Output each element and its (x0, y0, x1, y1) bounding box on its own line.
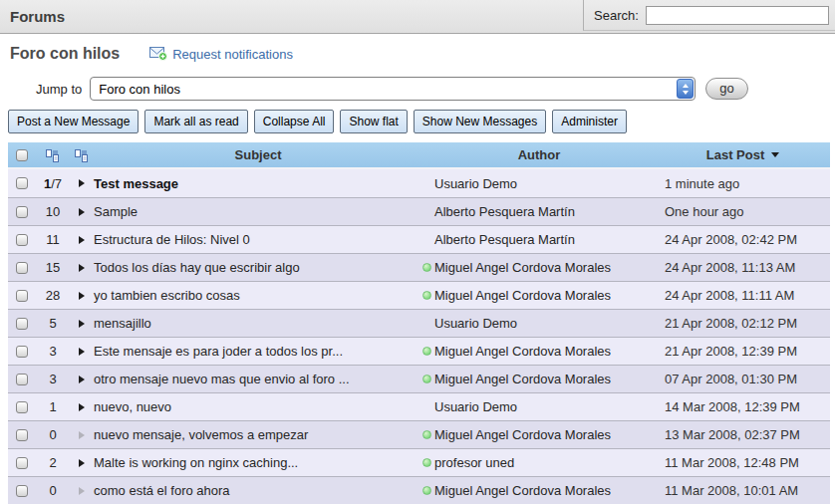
thread-subject[interactable]: Este mensaje es para joder a todos los p… (94, 344, 343, 359)
row-checkbox[interactable] (16, 262, 28, 274)
expand-triangle-icon[interactable] (79, 459, 85, 467)
thread-count: 11 (36, 232, 70, 247)
jump-to-row: Jump to Foro con hilos go (36, 77, 835, 101)
toolbar-button[interactable]: Post a New Message (8, 110, 139, 133)
toolbar-button[interactable]: Mark all as read (144, 110, 247, 133)
thread-subject[interactable]: como está el foro ahora (94, 483, 230, 498)
row-checkbox[interactable] (16, 234, 28, 246)
thread-last-post: 14 Mar 2008, 12:39 PM (656, 399, 800, 414)
thread-author: Usuario Demo (434, 399, 517, 414)
thread-subject[interactable]: otro mensaje nuevo mas que envio al foro… (94, 372, 350, 386)
thread-subject[interactable]: nuevo, nuevo (94, 399, 171, 414)
column-header-subject[interactable]: Subject (94, 147, 422, 162)
notification-email-icon (149, 47, 167, 61)
forum-header: Foro con hilos Request notifications (10, 43, 835, 65)
row-checkbox[interactable] (16, 401, 28, 413)
go-button[interactable]: go (705, 78, 747, 100)
thread-last-post: 24 Apr 2008, 11:11 AM (656, 288, 794, 303)
thread-author: Miguel Angel Cordova Morales (434, 427, 611, 442)
expand-triangle-icon[interactable] (79, 320, 85, 328)
row-checkbox[interactable] (16, 318, 28, 330)
row-checkbox[interactable] (16, 374, 28, 385)
thread-table-body: 1/7 Test message Usuario Demo 1 minute a… (8, 169, 830, 504)
thread-subject[interactable]: mensajillo (94, 316, 151, 331)
thread-count: 2 (36, 455, 70, 470)
jump-to-select[interactable]: Foro con hilos (90, 77, 696, 101)
thread-subject[interactable]: Todos los días hay que escribir algo (94, 260, 300, 275)
thread-author: Miguel Angel Cordova Morales (434, 260, 611, 275)
online-dot-icon (422, 458, 431, 467)
thread-last-post: 24 Apr 2008, 02:42 PM (656, 232, 797, 247)
expand-triangle-icon[interactable] (79, 236, 85, 244)
expand-triangle-icon[interactable] (79, 264, 85, 272)
toolbar-button[interactable]: Collapse All (254, 110, 335, 133)
thread-count: 15 (36, 260, 70, 275)
thread-last-post: 11 Mar 2008, 10:01 AM (656, 483, 798, 498)
select-all-checkbox[interactable] (16, 149, 28, 161)
column-header-last-post[interactable]: Last Post (656, 147, 830, 162)
table-row: 5 mensajillo Usuario Demo 21 Apr 2008, 0… (8, 309, 830, 337)
table-row: 1 nuevo, nuevo Usuario Demo 14 Mar 2008,… (8, 392, 830, 420)
expand-triangle-icon[interactable] (79, 179, 85, 187)
search-label: Search: (594, 8, 639, 23)
toolbar-button[interactable]: Show flat (340, 110, 407, 133)
thread-count: 5 (36, 316, 70, 331)
online-dot-icon (422, 375, 431, 383)
thread-subject[interactable]: Test message (94, 176, 178, 191)
expand-triangle-icon[interactable] (79, 348, 85, 356)
select-stepper-icon (677, 79, 694, 99)
expand-triangle-icon (79, 487, 85, 495)
thread-author: profesor uned (434, 455, 514, 470)
row-checkbox[interactable] (16, 457, 28, 469)
thread-author: Alberto Pesquera Martín (434, 204, 575, 219)
thread-count: 0 (36, 427, 70, 442)
thread-author: Miguel Angel Cordova Morales (434, 288, 611, 303)
thread-subject[interactable]: nuevo mensaje, volvemos a empezar (94, 427, 308, 442)
jump-to-label: Jump to (36, 82, 82, 97)
expand-triangle-icon[interactable] (79, 208, 85, 216)
online-dot-icon (422, 486, 431, 495)
row-checkbox[interactable] (16, 485, 28, 497)
thread-count: 1/7 (36, 176, 70, 191)
unread-messages-icon (75, 148, 89, 162)
sort-desc-icon (771, 152, 779, 157)
thread-count: 28 (36, 288, 70, 303)
request-notifications-link[interactable]: Request notifications (149, 47, 293, 62)
expand-triangle-icon[interactable] (79, 376, 85, 383)
expand-triangle-icon (79, 431, 85, 439)
thread-subject[interactable]: yo tambien escribo cosas (94, 288, 240, 303)
top-header-bar: Forums Search: (0, 0, 835, 34)
thread-subject[interactable]: Sample (94, 204, 138, 219)
row-checkbox[interactable] (16, 346, 28, 358)
table-row: 10 Sample Alberto Pesquera Martín One ho… (8, 197, 830, 225)
table-row: 2 Malte is working on nginx caching... p… (8, 448, 830, 476)
online-dot-icon (422, 291, 431, 300)
search-input[interactable] (646, 6, 829, 25)
row-checkbox[interactable] (16, 177, 28, 189)
toolbar-button[interactable]: Administer (552, 110, 627, 133)
toolbar: Post a New MessageMark all as readCollap… (8, 110, 835, 133)
thread-author: Usuario Demo (434, 316, 517, 331)
thread-last-post: One hour ago (656, 204, 744, 219)
row-checkbox[interactable] (16, 206, 28, 218)
table-row: 3 Este mensaje es para joder a todos los… (8, 337, 830, 365)
expand-triangle-icon[interactable] (79, 292, 85, 300)
thread-subject[interactable]: Estructura de Hilos: Nivel 0 (94, 232, 250, 247)
thread-count: 3 (36, 372, 70, 386)
table-row: 15 Todos los días hay que escribir algo … (8, 253, 830, 281)
thread-author: Usuario Demo (434, 176, 517, 191)
column-header-author[interactable]: Author (422, 147, 656, 162)
row-checkbox[interactable] (16, 429, 28, 441)
row-checkbox[interactable] (16, 290, 28, 302)
expand-triangle-icon[interactable] (79, 403, 85, 411)
total-messages-icon (46, 148, 60, 162)
thread-last-post: 11 Mar 2008, 12:48 PM (656, 455, 799, 470)
jump-to-selected-value: Foro con hilos (91, 82, 677, 97)
toolbar-button[interactable]: Show New Messages (414, 110, 546, 133)
thread-count: 1 (36, 399, 70, 414)
online-dot-icon (422, 347, 431, 356)
thread-author: Miguel Angel Cordova Morales (434, 372, 611, 386)
thread-count: 3 (36, 344, 70, 359)
thread-subject[interactable]: Malte is working on nginx caching... (94, 455, 298, 470)
thread-author: Miguel Angel Cordova Morales (434, 344, 611, 359)
